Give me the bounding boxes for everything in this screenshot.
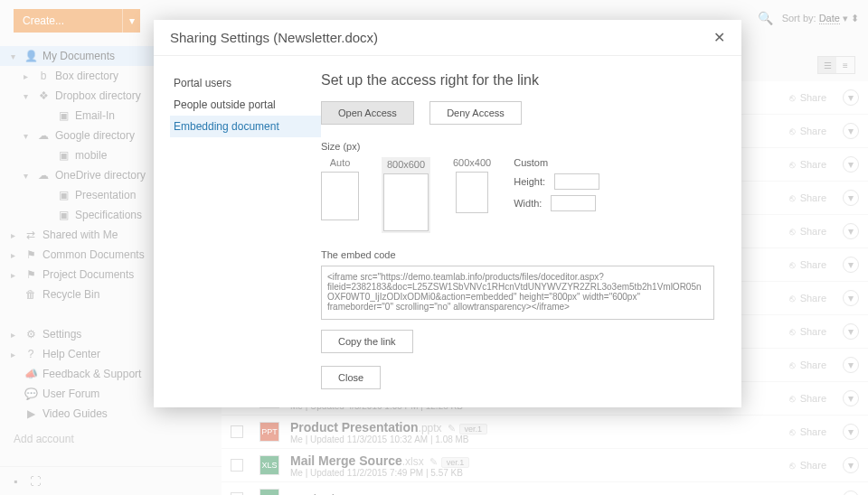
size-option-600x400[interactable]: 600x400 — [453, 157, 491, 213]
tab-embedding[interactable]: Embedding document — [170, 116, 321, 137]
embed-code-box[interactable] — [321, 266, 714, 320]
modal-header: Sharing Settings (Newsletter.docx) ✕ — [154, 20, 741, 56]
modal-heading: Set up the access right for the link — [321, 72, 714, 89]
tab-outside-portal[interactable]: People outside portal — [170, 94, 321, 116]
height-input[interactable] — [554, 173, 599, 190]
size-option-800x600[interactable]: 800x600 — [382, 157, 430, 233]
width-input[interactable] — [551, 195, 596, 211]
modal-sidebar: Portal users People outside portal Embed… — [154, 56, 321, 407]
size-options: Auto 800x600 600x400 Custom Height: Widt… — [321, 157, 714, 233]
modal-main: Set up the access right for the link Ope… — [321, 56, 741, 407]
tab-portal-users[interactable]: Portal users — [170, 72, 321, 94]
copy-link-button[interactable]: Copy the link — [321, 330, 413, 353]
width-label: Width: — [514, 198, 542, 209]
size-label: Size (px) — [321, 141, 714, 152]
modal-title: Sharing Settings (Newsletter.docx) — [170, 30, 378, 45]
custom-label: Custom — [514, 157, 599, 168]
size-option-auto[interactable]: Auto — [321, 157, 359, 220]
deny-access-button[interactable]: Deny Access — [429, 101, 522, 125]
sharing-settings-modal: Sharing Settings (Newsletter.docx) ✕ Por… — [154, 20, 741, 407]
close-button[interactable]: Close — [321, 366, 381, 389]
custom-size: Custom Height: Width: — [514, 157, 599, 217]
close-icon[interactable]: ✕ — [713, 29, 725, 46]
height-label: Height: — [514, 176, 545, 187]
embed-label: The embed code — [321, 249, 714, 260]
open-access-button[interactable]: Open Access — [321, 101, 414, 125]
